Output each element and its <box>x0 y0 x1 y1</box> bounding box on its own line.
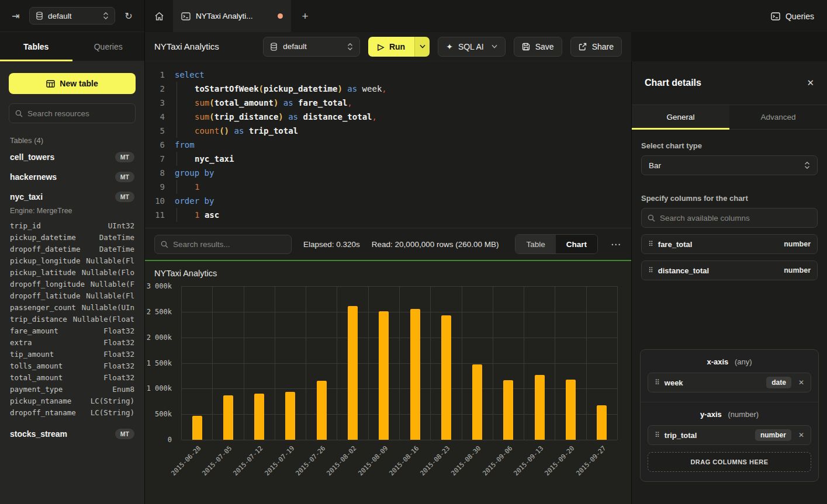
code-line: 7nyc_taxi <box>145 152 631 166</box>
column-name: fare_total <box>658 240 778 249</box>
sidebar-search-input[interactable] <box>27 109 131 118</box>
chart-slot: 2015-08-30 <box>462 286 493 440</box>
chart-slot: 2015-09-27 <box>587 286 617 440</box>
query-tab[interactable]: NYTaxi Analyti... <box>173 0 291 32</box>
code-token: ( <box>209 112 214 121</box>
sql-editor[interactable]: 1select2toStartOfWeek(pickup_datetime) a… <box>145 61 631 228</box>
run-label: Run <box>389 42 405 51</box>
results-more-button[interactable]: ⋯ <box>610 238 622 251</box>
chart-bar[interactable] <box>410 309 420 440</box>
remove-icon[interactable]: ✕ <box>798 378 804 387</box>
spacer <box>9 418 136 424</box>
y-axis-title: y-axis (number) <box>648 410 811 419</box>
code-token: select <box>175 70 205 79</box>
indent-guide <box>177 82 195 96</box>
refresh-icon[interactable]: ↻ <box>121 8 136 23</box>
chart-bar[interactable] <box>472 364 482 440</box>
collapse-sidebar-icon[interactable]: ⇥ <box>8 8 23 23</box>
chevron-updown-icon <box>804 161 810 169</box>
chart-bar[interactable] <box>379 311 389 440</box>
chart-slot: 2015-06-28 <box>182 286 213 440</box>
chart-slot: 2015-07-26 <box>306 286 337 440</box>
line-number: 11 <box>145 208 165 222</box>
columns-search-input[interactable] <box>660 214 811 223</box>
column-type-badge: date <box>766 377 791 388</box>
axis-column-chip[interactable]: ⠿weekdate✕ <box>648 373 811 392</box>
panel-tab-general[interactable]: General <box>632 105 729 129</box>
chart-bar[interactable] <box>223 395 233 440</box>
y-tick-label: 1 500k <box>147 359 172 367</box>
chart-slot: 2015-09-06 <box>493 286 524 440</box>
code-token: week <box>357 84 382 93</box>
close-icon[interactable]: ✕ <box>807 78 814 88</box>
save-button[interactable]: Save <box>514 37 562 57</box>
table-row[interactable]: stocks_streamMT <box>9 424 136 444</box>
drag-handle-icon[interactable]: ⠿ <box>655 431 659 439</box>
sidebar-tab-queries[interactable]: Queries <box>72 32 145 61</box>
code-token: toStartOfWeek <box>195 84 259 93</box>
chart-bar[interactable] <box>192 416 202 440</box>
chart-bar[interactable] <box>285 392 295 440</box>
column-name: tolls_amount <box>10 362 63 370</box>
results-search-input[interactable] <box>173 240 285 249</box>
x-tick-label: 2015-09-06 <box>481 444 514 477</box>
drag-handle-icon[interactable]: ⠿ <box>648 266 652 274</box>
share-button[interactable]: Share <box>570 37 622 57</box>
run-button[interactable]: ▷ Run <box>368 37 414 57</box>
chart-bar[interactable] <box>348 306 358 440</box>
chart-bar[interactable] <box>597 405 607 440</box>
chart-bar[interactable] <box>317 381 327 440</box>
column-name: dropoff_longitude <box>10 280 85 289</box>
code-text: count() as trip_total <box>165 124 298 138</box>
new-table-button[interactable]: New table <box>9 73 136 94</box>
run-options-button[interactable] <box>414 37 430 57</box>
column-type: Float32 <box>103 326 134 335</box>
x-tick-label: 2015-07-26 <box>294 444 327 477</box>
line-number: 10 <box>145 194 165 208</box>
chart-plot[interactable]: 2015-06-282015-07-052015-07-122015-07-19… <box>181 286 618 440</box>
code-token: 1 <box>195 182 199 192</box>
sql-ai-label: SQL AI <box>458 42 484 51</box>
drag-handle-icon[interactable]: ⠿ <box>648 240 652 248</box>
code-token: trip_total <box>249 126 298 135</box>
view-toggle-table[interactable]: Table <box>515 235 555 253</box>
chart-type-select[interactable]: Bar <box>641 155 818 175</box>
chart-bar[interactable] <box>441 315 451 440</box>
line-number: 5 <box>145 124 165 138</box>
table-row[interactable]: cell_towersMT <box>9 147 136 167</box>
sidebar-database-select[interactable]: default <box>29 7 115 25</box>
drag-handle-icon[interactable]: ⠿ <box>655 378 659 387</box>
column-type: LC(String) <box>91 397 134 405</box>
indent-guide <box>177 180 195 194</box>
available-column-item[interactable]: ⠿distance_totalnumber <box>641 260 818 280</box>
chart-bar[interactable] <box>503 380 513 440</box>
panel-tab-advanced[interactable]: Advanced <box>729 105 827 129</box>
code-token: pickup_datetime <box>264 84 337 93</box>
chart-bar[interactable] <box>566 380 576 440</box>
tables-section-label: Tables (4) <box>10 136 134 145</box>
available-column-item[interactable]: ⠿fare_totalnumber <box>641 234 818 254</box>
y-tick-label: 3 000k <box>147 282 172 290</box>
queries-button[interactable]: Queries <box>631 0 827 32</box>
remove-icon[interactable]: ✕ <box>798 431 804 439</box>
home-button[interactable] <box>145 0 173 32</box>
column-type: UInt32 <box>108 221 134 230</box>
new-tab-button[interactable]: + <box>291 0 319 32</box>
view-toggle-chart[interactable]: Chart <box>556 235 597 253</box>
axis-column-chip[interactable]: ⠿trip_totalnumber✕ <box>648 425 811 445</box>
table-row[interactable]: hackernewsMT <box>9 167 136 187</box>
column-row: pickup_ntanameLC(String) <box>9 395 136 406</box>
code-token <box>244 126 248 135</box>
sql-ai-button[interactable]: ✦ SQL AI <box>438 37 506 57</box>
query-database-select[interactable]: default <box>263 37 360 57</box>
drop-zone[interactable]: DRAG COLUMNS HERE <box>648 452 811 472</box>
table-name: hackernews <box>10 172 57 182</box>
sidebar-tab-tables[interactable]: Tables <box>0 32 72 61</box>
code-token: as <box>347 84 357 93</box>
code-token: trip_distance <box>214 112 279 121</box>
chart-bar[interactable] <box>254 394 264 440</box>
chart-bar[interactable] <box>535 375 545 440</box>
specify-columns-label: Specify columns for the chart <box>641 194 818 203</box>
table-row[interactable]: nyc_taxiMT <box>9 187 136 207</box>
sidebar-database-value: default <box>48 12 98 20</box>
